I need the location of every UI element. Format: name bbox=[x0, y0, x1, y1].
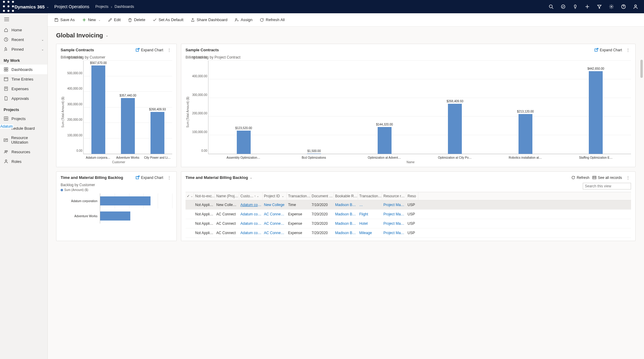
table-cell[interactable]: Mileage bbox=[358, 228, 382, 237]
chart-bar[interactable] bbox=[378, 127, 392, 154]
chart-bar[interactable] bbox=[237, 131, 251, 154]
sidebar-item-resources[interactable]: Resources bbox=[0, 147, 47, 157]
card-more-icon[interactable]: ⋮ bbox=[166, 176, 172, 180]
lightbulb-icon[interactable] bbox=[569, 0, 581, 13]
refresh-button[interactable]: Refresh bbox=[571, 176, 589, 180]
scrollbar[interactable] bbox=[640, 57, 643, 353]
grid-column-header[interactable]: Name (Proj… ⌄ bbox=[215, 192, 239, 200]
chart-bar[interactable] bbox=[448, 104, 462, 154]
expand-chart-button[interactable]: Expand Chart bbox=[595, 48, 622, 52]
sidebar-item-pinned[interactable]: Pinned⌄ bbox=[0, 44, 47, 54]
task-icon[interactable] bbox=[557, 0, 569, 13]
search-icon[interactable] bbox=[545, 0, 557, 13]
cmd-save-as[interactable]: Save As bbox=[51, 16, 78, 24]
module-name[interactable]: Project Operations bbox=[54, 4, 89, 9]
user-icon[interactable] bbox=[630, 0, 642, 13]
sidebar-item-roles[interactable]: Roles bbox=[0, 157, 47, 166]
expand-chart-button[interactable]: Expand Chart bbox=[136, 48, 163, 52]
table-cell[interactable]: Hotel bbox=[358, 219, 382, 228]
cmd-delete[interactable]: Delete bbox=[125, 16, 148, 24]
table-cell[interactable]: New College bbox=[263, 200, 287, 209]
table-cell[interactable]: AC Connect Pro bbox=[263, 219, 287, 228]
grid-column-header[interactable]: Project ID ⌄ bbox=[263, 192, 287, 200]
svg-point-7 bbox=[8, 10, 9, 12]
chart-bar[interactable] bbox=[121, 98, 135, 154]
table-cell[interactable]: Madison Bulter bbox=[334, 228, 358, 237]
card-more-icon[interactable]: ⋮ bbox=[625, 48, 631, 52]
app-launcher-icon[interactable] bbox=[2, 0, 14, 13]
card-more-icon[interactable]: ⋮ bbox=[625, 176, 631, 180]
table-cell[interactable]: Madison Bulter ⋯ bbox=[334, 200, 358, 209]
chart-bar[interactable] bbox=[100, 211, 130, 221]
sidebar-item-projects[interactable]: Projects bbox=[0, 114, 47, 123]
sidebar-item-expenses[interactable]: Expenses bbox=[0, 84, 47, 94]
table-cell[interactable]: Adatum corpo bbox=[239, 228, 263, 237]
cmd-set-default[interactable]: Set As Default bbox=[150, 16, 186, 24]
table-cell[interactable]: Adatum corpo bbox=[239, 210, 263, 219]
chart-bar[interactable] bbox=[151, 112, 164, 154]
chart-bar[interactable] bbox=[91, 65, 105, 154]
sidebar-item-resource-utilization[interactable]: Resource Utilization bbox=[0, 133, 47, 147]
cmd-edit[interactable]: Edit bbox=[105, 16, 124, 24]
chart-bar[interactable] bbox=[589, 71, 603, 154]
grid-column-header[interactable]: Bookable R… ⌄ bbox=[334, 192, 358, 200]
table-cell: Not Applic… bbox=[194, 210, 215, 219]
cmd-assign[interactable]: Assign bbox=[232, 16, 255, 24]
table-cell[interactable]: Project Manage bbox=[382, 210, 406, 219]
table-cell[interactable]: Adatum corpo bbox=[239, 200, 263, 209]
sidebar-item-schedule-board[interactable]: Adatum hedule Board bbox=[0, 123, 47, 133]
chart-bar[interactable] bbox=[100, 196, 151, 205]
sidebar-item-approvals[interactable]: Approvals bbox=[0, 94, 47, 103]
sidebar-item-dashboards[interactable]: Dashboards bbox=[0, 65, 47, 74]
grid-search[interactable] bbox=[583, 183, 631, 189]
sidebar-label: Expenses bbox=[11, 87, 29, 91]
sidebar-item-time-entries[interactable]: Time Entries bbox=[0, 74, 47, 84]
table-cell[interactable]: Madison Bulter bbox=[334, 210, 358, 219]
chart-bar[interactable] bbox=[519, 114, 532, 154]
chart-bar[interactable] bbox=[307, 154, 321, 154]
table-row[interactable]: Not Applic…New Colle…Adatum corpoNew Col… bbox=[186, 200, 631, 210]
brand-chevron-icon[interactable]: ⌄ bbox=[46, 5, 49, 8]
table-cell[interactable]: Project Manage bbox=[382, 228, 406, 237]
grid-column-header[interactable]: ✓⌄ bbox=[186, 192, 194, 200]
grid-column-header[interactable]: Custo… ↑ ⌄ bbox=[239, 192, 263, 200]
card-more-icon[interactable]: ⋮ bbox=[166, 48, 172, 52]
page-title-dropdown[interactable]: ⌄ bbox=[106, 33, 108, 37]
breadcrumb-0[interactable]: Projects bbox=[95, 5, 108, 9]
table-row[interactable]: Not Applic…AC ConnectAdatum corpoAC Conn… bbox=[186, 228, 631, 238]
table-cell[interactable]: AC Connect Pro bbox=[263, 210, 287, 219]
grid-column-header[interactable]: Reso ⌄ bbox=[406, 192, 418, 200]
breadcrumb-1[interactable]: Dashboards bbox=[115, 5, 134, 9]
table-cell[interactable]: Project Manage bbox=[382, 200, 406, 209]
table-cell[interactable]: Adatum corpo bbox=[239, 219, 263, 228]
grid-column-header[interactable]: Resource r… ⌄ bbox=[382, 192, 406, 200]
settings-icon[interactable] bbox=[605, 0, 617, 13]
sidebar-item-recent[interactable]: Recent⌄ bbox=[0, 35, 47, 44]
search-input[interactable] bbox=[585, 184, 630, 188]
y-tick: 300,000.00 bbox=[192, 93, 208, 96]
see-all-records-button[interactable]: See all records bbox=[592, 176, 622, 180]
cmd-new[interactable]: New⌄ bbox=[79, 16, 104, 24]
filter-icon[interactable] bbox=[593, 0, 605, 13]
grid-column-header[interactable]: Transaction… ⌄ bbox=[287, 192, 310, 200]
grid-column-header[interactable]: Transaction… ⌄ bbox=[358, 192, 382, 200]
table-cell[interactable]: … bbox=[358, 200, 382, 209]
add-icon[interactable] bbox=[581, 0, 593, 13]
cmd-share[interactable]: Share Dashboard bbox=[188, 16, 230, 24]
sidebar-toggle[interactable] bbox=[0, 14, 47, 25]
table-cell: 7/20/2020 bbox=[310, 228, 334, 237]
table-cell[interactable]: Flight bbox=[358, 210, 382, 219]
grid-column-header[interactable]: Document … ⌄ bbox=[310, 192, 334, 200]
grid-column-header[interactable]: Not-to-exc… ⌄ bbox=[194, 192, 215, 200]
table-cell[interactable]: AC Connect Pro bbox=[263, 228, 287, 237]
sidebar-item-home[interactable]: Home bbox=[0, 25, 47, 35]
cmd-refresh-all[interactable]: Refresh All bbox=[257, 16, 288, 24]
expand-chart-button[interactable]: Expand Chart bbox=[136, 176, 163, 180]
view-dropdown[interactable]: ⌄ bbox=[250, 176, 252, 179]
table-row[interactable]: Not Applic…AC ConnectAdatum corpoAC Conn… bbox=[186, 210, 631, 219]
table-cell[interactable]: Madison Bulter bbox=[334, 219, 358, 228]
help-icon[interactable] bbox=[617, 0, 630, 13]
table-cell[interactable]: Project Manage bbox=[382, 219, 406, 228]
table-row[interactable]: Not Applic…AC ConnectAdatum corpoAC Conn… bbox=[186, 219, 631, 228]
brand-name[interactable]: Dynamics 365 bbox=[14, 4, 45, 9]
